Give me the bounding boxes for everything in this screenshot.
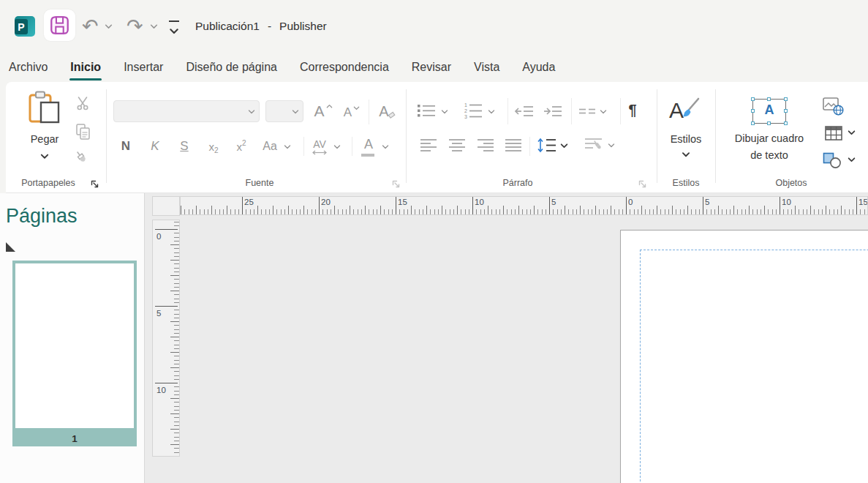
redo-button[interactable]: ↷ [127, 16, 143, 37]
change-case-button[interactable]: Aa [259, 135, 281, 157]
horizontal-ruler[interactable]: 252015105051015 [180, 196, 868, 215]
window-title: Publicación1 - Publisher [195, 0, 327, 53]
bullets-chevron-icon[interactable] [441, 110, 448, 114]
quick-access-toolbar-button[interactable] [169, 20, 179, 37]
ruler-tick [174, 299, 179, 299]
paste-button[interactable] [26, 89, 63, 124]
undo-chevron-icon[interactable] [105, 24, 113, 29]
ruler-tick [174, 302, 179, 303]
draw-text-box-button[interactable]: A [752, 99, 786, 124]
ruler-tick [174, 329, 179, 330]
ruler-tick [184, 209, 185, 214]
align-right-button[interactable] [475, 137, 496, 153]
ruler-tick [174, 310, 179, 310]
font-dialog-launcher[interactable] [391, 179, 401, 189]
italic-button[interactable]: K [145, 135, 165, 157]
undo-button[interactable]: ↶ [82, 16, 99, 37]
tab-archivo[interactable]: Archivo [9, 53, 48, 82]
publication-page[interactable] [620, 230, 868, 483]
page-thumbnail[interactable]: 1 [12, 261, 137, 446]
line-spacing-chevron-icon[interactable] [560, 143, 568, 149]
align-center-button[interactable] [447, 137, 467, 153]
save-button[interactable] [44, 10, 75, 41]
ruler-label: 15 [858, 198, 868, 206]
font-name-input[interactable] [118, 102, 244, 121]
columns-chevron-icon[interactable] [600, 110, 607, 114]
numbering-chevron-icon[interactable] [488, 110, 495, 114]
paste-chevron-icon[interactable] [40, 154, 49, 160]
numbering-button[interactable]: 1 2 3 [463, 100, 483, 121]
table-chevron-icon[interactable] [848, 130, 856, 135]
align-left-button[interactable] [418, 137, 439, 153]
pictures-button[interactable] [822, 97, 844, 116]
shapes-button[interactable] [822, 151, 842, 169]
ruler-tick [714, 209, 715, 214]
change-case-chevron-icon[interactable] [284, 145, 291, 149]
paste-label[interactable]: Pegar [15, 133, 75, 145]
tab-correspondencia[interactable]: Correspondencia [300, 53, 389, 82]
justify-icon [505, 138, 522, 152]
text-fit-button[interactable] [584, 136, 605, 154]
eraser-icon [388, 111, 396, 119]
underline-button[interactable]: S [174, 135, 195, 157]
font-color-button[interactable]: A [358, 134, 379, 159]
tab-inicio[interactable]: Inicio [70, 53, 101, 82]
format-painter-button[interactable] [73, 149, 92, 168]
font-color-chevron-icon[interactable] [382, 145, 389, 149]
subscript-button[interactable]: x 2 [203, 135, 224, 157]
tab-diseno-de-pagina[interactable]: Diseño de página [186, 53, 277, 82]
clipboard-dialog-launcher[interactable] [90, 179, 99, 189]
vertical-ruler[interactable]: 0510 [152, 220, 180, 457]
font-size-combo[interactable] [265, 100, 303, 122]
ruler-tick [346, 209, 347, 214]
ruler-tick [764, 206, 765, 214]
cut-button[interactable] [73, 94, 92, 113]
character-spacing-button[interactable]: AV [309, 134, 331, 159]
copy-button[interactable] [73, 121, 92, 142]
ruler-tick [174, 256, 179, 257]
font-size-input[interactable] [271, 102, 288, 121]
shapes-chevron-icon[interactable] [848, 157, 856, 162]
publisher-logo-icon[interactable]: P [15, 16, 35, 37]
styles-button-label[interactable]: Estilos [657, 133, 715, 145]
paragraph-dialog-launcher[interactable] [638, 179, 647, 189]
justify-button[interactable] [503, 137, 524, 153]
ruler-label: 5 [551, 198, 556, 206]
mini-separator [620, 98, 621, 124]
clear-formatting-button[interactable]: A [374, 100, 401, 123]
decrease-indent-button[interactable] [513, 104, 535, 119]
redo-chevron-icon[interactable] [150, 24, 158, 29]
bold-button[interactable]: N [116, 135, 136, 157]
tab-ayuda[interactable]: Ayuda [522, 53, 555, 82]
draw-text-box-label[interactable]: Dibujar cuadro de texto [728, 130, 810, 164]
text-fit-chevron-icon[interactable] [608, 143, 615, 148]
ruler-tick [419, 209, 420, 214]
font-name-combo[interactable] [113, 100, 260, 122]
grow-font-button[interactable]: A [311, 100, 336, 123]
columns-button[interactable] [578, 105, 597, 117]
ruler-corner-box[interactable] [152, 196, 180, 216]
increase-indent-button[interactable] [542, 104, 564, 119]
line-spacing-button[interactable] [535, 136, 557, 154]
ruler-tick [703, 197, 703, 214]
ruler-tick [303, 206, 304, 214]
styles-button[interactable]: A [665, 92, 706, 129]
table-button[interactable] [823, 124, 844, 142]
superscript-button[interactable]: x 2 [231, 135, 252, 157]
ruler-tick [174, 348, 179, 349]
tab-insertar[interactable]: Insertar [124, 53, 163, 82]
character-spacing-chevron-icon[interactable] [333, 145, 341, 149]
show-paragraph-marks-button[interactable]: ¶ [624, 98, 641, 121]
ruler-tick [174, 433, 179, 433]
collapse-panel-triangle-icon[interactable] [6, 242, 15, 252]
tab-label: Insertar [124, 61, 163, 74]
tab-vista[interactable]: Vista [474, 53, 499, 82]
bullets-button[interactable] [416, 101, 437, 120]
ruler-tick [614, 209, 615, 214]
shrink-font-button[interactable]: A [339, 101, 364, 124]
tab-revisar[interactable]: Revisar [412, 53, 451, 82]
styles-chevron-icon[interactable] [682, 152, 690, 157]
ruler-tick [276, 209, 277, 214]
chevron-down-icon[interactable] [248, 110, 255, 114]
chevron-down-icon[interactable] [292, 110, 299, 114]
